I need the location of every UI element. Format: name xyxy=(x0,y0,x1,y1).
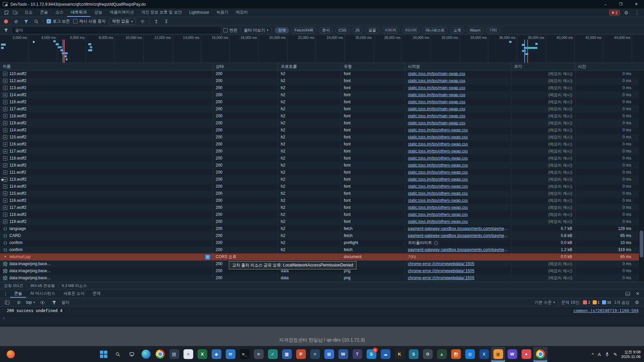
start-button[interactable] xyxy=(97,347,111,362)
column-header-4[interactable]: 시작점 xyxy=(405,63,511,70)
initiator-text[interactable]: chrome-error://chromewebdata/:1505 xyxy=(408,267,474,275)
column-header-1[interactable]: 상태 xyxy=(213,63,278,70)
pen-icon[interactable]: ✎ xyxy=(613,352,617,357)
drawer-more-icon[interactable]: ⋮ xyxy=(1,290,10,298)
dock-panel-icon[interactable] xyxy=(623,291,632,296)
table-scrollbar[interactable] xyxy=(639,70,644,282)
filter-chip-1[interactable]: Fetch/XHR xyxy=(291,27,317,34)
export-har-icon[interactable]: ↧ xyxy=(163,18,170,25)
close-button[interactable]: ✕ xyxy=(629,0,644,8)
initiator-text[interactable]: static.toss.im/tps/others-swap.css xyxy=(408,176,468,183)
column-header-2[interactable]: 프로토콜 xyxy=(278,63,341,70)
network-conditions-icon[interactable] xyxy=(139,18,146,25)
initiator-text[interactable]: static.toss.im/tps/main-swap.css xyxy=(408,113,465,120)
tray-chevron-icon[interactable]: ^ xyxy=(592,352,594,357)
throttling-select[interactable]: 제한 없음 ▾ xyxy=(109,18,136,25)
network-request-row[interactable]: A117.woff2200h2fontstatic.toss.im/tps/ma… xyxy=(0,106,639,113)
console-filter-input[interactable] xyxy=(61,299,142,305)
calendar-icon[interactable]: ▦ xyxy=(280,347,294,362)
more-filters-dropdown[interactable]: 필터 더보기 ▾ xyxy=(244,27,268,33)
eye-icon[interactable] xyxy=(38,300,47,305)
devtools-tab-2[interactable]: 소스 xyxy=(52,8,67,17)
error-count-badge[interactable]: ⊗ 2 xyxy=(609,10,620,15)
network-request-row[interactable]: {}language200h2fetchpayment-gateway-sand… xyxy=(0,225,639,232)
filter-chip-7[interactable]: 미디어 xyxy=(402,27,420,34)
initiator-text[interactable]: static.toss.im/tps/others-swap.css xyxy=(408,155,468,162)
disable-cache-checkbox[interactable]: 캐시 사용 중지 xyxy=(73,18,106,24)
devtools-tab-9[interactable]: 메모리 xyxy=(232,8,252,17)
initiator-text[interactable]: static.toss.im/tps/others-swap.css xyxy=(408,197,468,204)
network-request-row[interactable]: ✕returnurl.jsp≡CORS 오류document기타0.0 kB65… xyxy=(0,253,639,260)
ime-indicator[interactable]: A xyxy=(598,352,601,357)
dev-tool-icon[interactable]: ⌗ xyxy=(252,347,266,362)
clear-network-button[interactable]: ⊘ xyxy=(13,18,19,25)
initiator-text[interactable]: chrome-error://chromewebdata/:1505 xyxy=(408,275,474,282)
import-har-icon[interactable]: ↥ xyxy=(153,18,160,25)
skype-icon[interactable]: S5 xyxy=(364,347,378,362)
clear-console-icon[interactable]: ⊘ xyxy=(14,300,23,305)
initiator-text[interactable]: static.toss.im/tps/main-swap.css xyxy=(408,106,465,113)
network-request-row[interactable]: A119.woff2200h2fontstatic.toss.im/tps/ot… xyxy=(0,218,639,225)
log-levels-dropdown[interactable]: 기본 수준 ▾ xyxy=(535,300,555,305)
store-icon[interactable]: ⊞ xyxy=(322,347,336,362)
settings-gear-icon[interactable]: ⚙ xyxy=(622,10,631,15)
network-request-row[interactable]: A119.woff2200h2fontstatic.toss.im/tps/ot… xyxy=(0,162,639,169)
drawer-tab-1[interactable]: AI 어시스턴스 xyxy=(26,290,59,298)
network-request-row[interactable]: {}confirm200h2preflight프리플라이트i0.0 kB10 m… xyxy=(0,239,639,246)
powerpoint-icon[interactable]: P xyxy=(294,347,308,362)
initiator-text[interactable]: static.toss.im/tps/others-swap.css xyxy=(408,127,468,134)
microphone-icon[interactable] xyxy=(605,352,609,357)
word-icon[interactable]: W xyxy=(336,347,350,362)
initiator-text[interactable]: static.toss.im/tps/main-swap.css xyxy=(408,77,465,84)
console-settings-icon[interactable]: ⚙ xyxy=(633,300,641,305)
initiator-text[interactable]: static.toss.im/tps/main-swap.css xyxy=(408,70,465,77)
network-request-row[interactable]: A110.woff2200h2fontstatic.toss.im/tps/ma… xyxy=(0,70,639,77)
files-app-icon[interactable]: ▤ xyxy=(167,347,181,362)
task-view-button[interactable] xyxy=(125,347,139,362)
filter-chip-0[interactable]: 전체 xyxy=(275,27,289,34)
hancom-icon[interactable]: 한 xyxy=(449,347,463,362)
network-request-row[interactable]: A114.woff2200h2fontstatic.toss.im/tps/ot… xyxy=(0,127,639,134)
devtools-tab-6[interactable]: 개인 정보 보호 및 보안 xyxy=(138,8,185,17)
initiator-text[interactable]: static.toss.im/tps/main-swap.css xyxy=(408,84,465,92)
network-request-row[interactable]: A113.woff2200h2fontstatic.toss.im/tps/ot… xyxy=(0,176,639,183)
taskbar-clock[interactable]: 오전 9:08 2025-11-06 xyxy=(621,350,641,359)
filter-chip-5[interactable]: 글꼴 xyxy=(365,27,379,34)
settings-app-icon[interactable]: ⚙ xyxy=(421,347,435,362)
console-source-link[interactable]: common.js?20240719:1104:504 xyxy=(573,308,639,313)
column-header-3[interactable]: 유형 xyxy=(341,63,405,70)
filter-chip-3[interactable]: CSS xyxy=(335,27,350,34)
issues-count-label[interactable]: 문제 19건: xyxy=(561,300,580,305)
calculator-icon[interactable]: = xyxy=(308,347,322,362)
devtools-tab-0[interactable]: 요소 xyxy=(21,8,36,17)
inspect-icon[interactable] xyxy=(2,8,11,17)
network-request-row[interactable]: A116.woff2200h2fontstatic.toss.im/tps/ot… xyxy=(0,141,639,148)
chrome-icon[interactable] xyxy=(153,347,167,362)
console-prompt[interactable]: › xyxy=(0,314,644,322)
column-header-6[interactable]: 시간 xyxy=(575,63,634,70)
drawer-tab-0[interactable]: 콘솔 xyxy=(10,290,26,298)
issue-icon[interactable]: ≡ xyxy=(205,255,210,259)
scrollbar-thumb[interactable] xyxy=(640,231,643,257)
notepad-icon[interactable]: ≡ xyxy=(181,347,195,362)
kakaowork-icon[interactable]: K xyxy=(392,347,407,362)
initiator-text[interactable]: payment-gateway-sandbox.tosspayments.com… xyxy=(408,232,508,239)
filter-chip-9[interactable]: 소켓 xyxy=(450,27,465,34)
network-filter-input[interactable] xyxy=(12,27,220,34)
drawer-tab-3[interactable]: 문제 xyxy=(89,290,105,298)
context-selector[interactable]: top ▾ xyxy=(26,300,35,305)
network-overview[interactable]: 2,000 ms4,000 ms6,000 ms8,000 ms10,000 m… xyxy=(0,35,644,63)
edge-icon[interactable] xyxy=(139,347,153,362)
initiator-text[interactable]: payment-gateway-sandbox.tosspayments.com… xyxy=(408,225,508,232)
column-header-5[interactable]: 크기 xyxy=(511,63,575,70)
network-request-row[interactable]: A119.woff2200h2fontstatic.toss.im/tps/ma… xyxy=(0,120,639,127)
network-request-row[interactable]: A117.woff2200h2fontstatic.toss.im/tps/ot… xyxy=(0,148,639,155)
network-request-row[interactable]: A117.woff2200h2fontstatic.toss.im/tps/ot… xyxy=(0,204,639,211)
network-request-row[interactable]: A118.woff2200h2fontstatic.toss.im/tps/ot… xyxy=(0,155,639,162)
hidden-count-label[interactable]: 1개 숨김 xyxy=(614,300,630,305)
network-request-row[interactable]: {}confirm200h2fetchpayment-gateway-sandb… xyxy=(0,246,639,253)
filter-chip-6[interactable]: 이미지 xyxy=(381,27,400,34)
drawer-expand-arrow[interactable]: ► xyxy=(1,177,5,182)
close-drawer-icon[interactable]: ✕ xyxy=(633,291,642,296)
network-request-row[interactable]: A111.woff2200h2fontstatic.toss.im/tps/ot… xyxy=(0,169,639,176)
